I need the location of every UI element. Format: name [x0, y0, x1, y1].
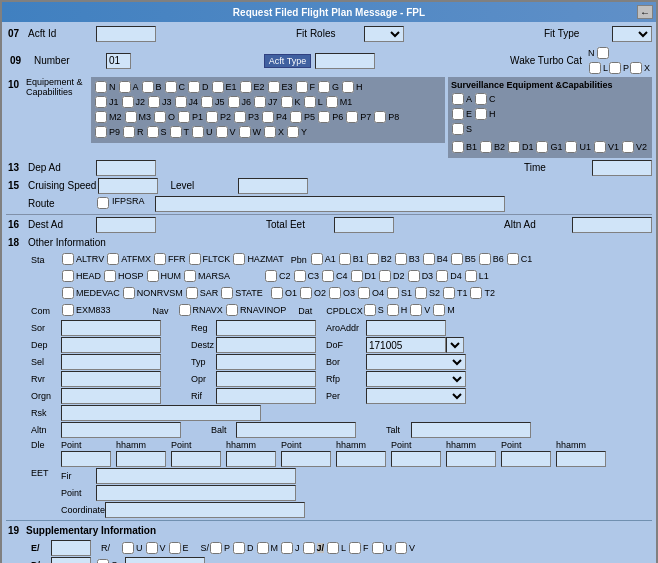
dle-p4[interactable] — [391, 451, 441, 467]
talt-input[interactable] — [411, 422, 531, 438]
surv-G1[interactable] — [536, 141, 548, 153]
eet-coord-input[interactable] — [105, 502, 305, 518]
cb-P6[interactable] — [318, 111, 330, 123]
ifpsra-cb[interactable] — [97, 197, 109, 209]
surv-B1[interactable] — [452, 141, 464, 153]
cb-P1[interactable] — [178, 111, 190, 123]
cb-J5[interactable] — [201, 96, 213, 108]
bor-select[interactable] — [366, 354, 466, 370]
cb-P7[interactable] — [346, 111, 358, 123]
sta-ALTRV[interactable] — [62, 253, 74, 265]
dof-input[interactable] — [366, 337, 446, 353]
sta-HUM[interactable] — [147, 270, 159, 282]
surv-V1[interactable] — [594, 141, 606, 153]
surv-H-cb[interactable] — [475, 108, 487, 120]
cpdlcx-H[interactable] — [387, 304, 399, 316]
s-P-cb[interactable] — [210, 542, 222, 554]
aroaddr-input[interactable] — [366, 320, 446, 336]
destz-input[interactable] — [216, 337, 316, 353]
cb-R[interactable] — [123, 126, 135, 138]
sta-HOSP[interactable] — [104, 270, 116, 282]
pbn-C4[interactable] — [322, 270, 334, 282]
cb-D[interactable] — [188, 81, 200, 93]
surv-D1[interactable] — [508, 141, 520, 153]
cb-M3[interactable] — [125, 111, 137, 123]
pbn-B3[interactable] — [395, 253, 407, 265]
pbn-D1[interactable] — [351, 270, 363, 282]
sel-input[interactable] — [61, 354, 161, 370]
s-M-cb[interactable] — [257, 542, 269, 554]
d-C-cb[interactable] — [97, 559, 109, 564]
dle-hh3[interactable] — [336, 451, 386, 467]
dle-hh4[interactable] — [446, 451, 496, 467]
cb-J1[interactable] — [95, 96, 107, 108]
sta-ATFMX[interactable] — [107, 253, 119, 265]
cb-E2[interactable] — [240, 81, 252, 93]
cb-P2[interactable] — [206, 111, 218, 123]
cb-V[interactable] — [216, 126, 228, 138]
balt-input[interactable] — [236, 422, 356, 438]
cb-B[interactable] — [142, 81, 154, 93]
cpdlcx-S[interactable] — [364, 304, 376, 316]
reg-input[interactable] — [216, 320, 316, 336]
sta-MEDEVAC[interactable] — [62, 287, 74, 299]
pbn-O1[interactable] — [271, 287, 283, 299]
surv-C-cb[interactable] — [475, 93, 487, 105]
cb-H[interactable] — [342, 81, 354, 93]
sta-NONRVSM[interactable] — [123, 287, 135, 299]
cb-S[interactable] — [147, 126, 159, 138]
dle-hh2[interactable] — [226, 451, 276, 467]
pbn-O2[interactable] — [300, 287, 312, 299]
cb-U[interactable] — [192, 126, 204, 138]
surv-V2[interactable] — [622, 141, 634, 153]
cpdlcx-M[interactable] — [433, 304, 445, 316]
eet-fir-input[interactable] — [96, 468, 296, 484]
pbn-O4[interactable] — [358, 287, 370, 299]
cb-M2[interactable] — [95, 111, 107, 123]
pbn-A1[interactable] — [311, 253, 323, 265]
pbn-T1[interactable] — [443, 287, 455, 299]
cb-C[interactable] — [165, 81, 177, 93]
typ-input[interactable] — [216, 354, 316, 370]
pbn-B2[interactable] — [367, 253, 379, 265]
s-L-cb[interactable] — [327, 542, 339, 554]
cb-P8[interactable] — [374, 111, 386, 123]
pbn-D2[interactable] — [379, 270, 391, 282]
surv-B2[interactable] — [480, 141, 492, 153]
dle-p1[interactable] — [61, 451, 111, 467]
dep-input[interactable] — [61, 337, 161, 353]
pbn-D3[interactable] — [408, 270, 420, 282]
r-V-cb[interactable] — [146, 542, 158, 554]
com-EXM833[interactable] — [62, 304, 74, 316]
pbn-S2[interactable] — [415, 287, 427, 299]
surv-U1[interactable] — [565, 141, 577, 153]
altn-ad-input[interactable] — [572, 217, 652, 233]
surv-A-cb[interactable] — [452, 93, 464, 105]
s-F-cb[interactable] — [349, 542, 361, 554]
orgn-input[interactable] — [61, 388, 161, 404]
dle-hh1[interactable] — [116, 451, 166, 467]
rsk-input[interactable] — [61, 405, 261, 421]
d-input[interactable] — [125, 557, 205, 563]
opr-input[interactable] — [216, 371, 316, 387]
per-select[interactable] — [366, 388, 466, 404]
cb-P5[interactable] — [290, 111, 302, 123]
sta-FLTCK[interactable] — [189, 253, 201, 265]
cb-E3[interactable] — [268, 81, 280, 93]
cb-J4[interactable] — [175, 96, 187, 108]
sta-STATE[interactable] — [221, 287, 233, 299]
fit-roles-select[interactable] — [364, 26, 404, 42]
cb-M1[interactable] — [326, 96, 338, 108]
dof-select[interactable] — [446, 337, 464, 353]
dle-p3[interactable] — [281, 451, 331, 467]
cb-N[interactable] — [95, 81, 107, 93]
cruise-speed-input[interactable] — [98, 178, 158, 194]
pbn-O3[interactable] — [329, 287, 341, 299]
dest-ad-input[interactable] — [96, 217, 156, 233]
dle-hh5[interactable] — [556, 451, 606, 467]
s-Jb-cb[interactable] — [303, 542, 315, 554]
wake-n-cb[interactable] — [597, 47, 609, 59]
rif-input[interactable] — [216, 388, 316, 404]
cb-X[interactable] — [264, 126, 276, 138]
nav-RNAVINOP[interactable] — [226, 304, 238, 316]
